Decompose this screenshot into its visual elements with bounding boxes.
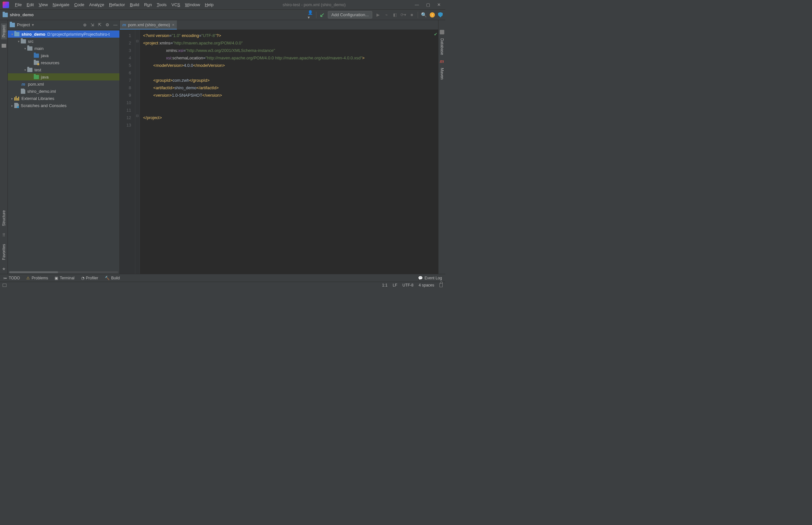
tree-main[interactable]: ▾main (8, 45, 119, 52)
menu-view[interactable]: View (39, 2, 48, 7)
run-icon[interactable]: ▶ (376, 12, 381, 17)
tool-terminal[interactable]: ▣Terminal (55, 276, 74, 280)
code-editor[interactable]: 1 2 3 4 5 6 7 8 9 10 11 12 13 ⊟ ⊟ <?xml … (120, 30, 438, 274)
expand-all-icon[interactable]: ⇲ (91, 22, 94, 27)
bookmarks-icon[interactable] (2, 44, 6, 48)
menu-window[interactable]: Window (185, 2, 200, 7)
ide-features-icon[interactable] (438, 12, 443, 17)
project-tree[interactable]: ▾shiro_demoD:\project\prism\myProject\sh… (8, 30, 119, 271)
tool-todo[interactable]: ≔TODO (3, 276, 20, 280)
tab-label: pom.xml (shiro_demo) (128, 22, 170, 27)
menu-analyze[interactable]: Analyze (89, 2, 104, 7)
tool-tab-database[interactable]: Database (439, 37, 445, 56)
tree-test[interactable]: ▾test (8, 66, 119, 73)
menu-navigate[interactable]: Navigate (52, 2, 69, 7)
left-tool-stripe: Project Structure ⠿ Favorites ★ (0, 20, 8, 274)
tool-event-log[interactable]: 💬Event Log (418, 276, 442, 280)
code-content[interactable]: <?xml version="1.0" encoding="UTF-8"?> <… (140, 30, 434, 274)
tool-build[interactable]: 🔨Build (105, 276, 120, 280)
menu-help[interactable]: Help (205, 2, 213, 7)
line-gutter[interactable]: 1 2 3 4 5 6 7 8 9 10 11 12 13 (120, 30, 135, 274)
debug-icon[interactable]: ⌁ (384, 12, 389, 17)
main-area: Project Structure ⠿ Favorites ★ Project … (0, 20, 445, 274)
close-icon[interactable]: ✕ (437, 2, 441, 7)
tree-scratches[interactable]: ▸Scratches and Consoles (8, 102, 119, 109)
tree-label: main (34, 46, 44, 51)
tree-ext-libs[interactable]: ▸External Libraries (8, 95, 119, 102)
file-encoding[interactable]: UTF-8 (403, 283, 413, 287)
tree-label: External Libraries (21, 96, 54, 101)
database-icon[interactable] (440, 30, 444, 34)
code-with-me-icon[interactable]: 👤▾ (308, 12, 313, 17)
menu-refactor[interactable]: Refactor (109, 2, 125, 7)
line-number: 8 (120, 84, 131, 91)
breadcrumb[interactable]: shiro_demo (10, 12, 34, 17)
structure-icon: ⠿ (2, 232, 5, 238)
line-number: 10 (120, 99, 131, 106)
tab-close-icon[interactable]: × (172, 22, 175, 27)
tree-java-test[interactable]: java (8, 73, 119, 80)
star-icon: ★ (2, 266, 6, 271)
tree-horizontal-scrollbar[interactable] (9, 271, 118, 273)
menu-file[interactable]: File (15, 2, 22, 7)
ide-update-icon[interactable]: ↑ (430, 12, 435, 17)
gear-icon[interactable]: ⚙ (105, 22, 109, 27)
profile-icon[interactable]: ⟳▾ (401, 12, 406, 17)
menu-build[interactable]: Build (130, 2, 139, 7)
inspection-ok-icon[interactable]: ✔ (434, 32, 437, 37)
tool-tab-favorites[interactable]: Favorites (1, 242, 7, 262)
line-number: 9 (120, 91, 131, 99)
line-number: 5 (120, 62, 131, 69)
tree-pom[interactable]: mpom.xml (8, 80, 119, 88)
maximize-icon[interactable]: ▢ (426, 2, 430, 7)
tool-tab-maven[interactable]: Maven (439, 66, 445, 81)
error-stripe[interactable]: ✔ (434, 30, 438, 274)
coverage-icon[interactable]: ◧ (392, 12, 397, 17)
fold-close-icon[interactable]: ⊟ (136, 114, 139, 118)
tool-tab-project[interactable]: Project (1, 24, 7, 39)
tree-iml[interactable]: shiro_demo.iml (8, 88, 119, 95)
hide-icon[interactable]: — (113, 22, 118, 27)
vcs-update-icon[interactable]: ↙ (320, 11, 325, 18)
line-number: 4 (120, 54, 131, 62)
menu-code[interactable]: Code (74, 2, 85, 7)
tool-problems[interactable]: ⚠Problems (26, 276, 48, 280)
tree-root[interactable]: ▾shiro_demoD:\project\prism\myProject\sh… (8, 30, 119, 38)
tree-resources[interactable]: resources (8, 59, 119, 66)
tree-src[interactable]: ▾src (8, 38, 119, 45)
editor-area: m pom.xml (shiro_demo) × 1 2 3 4 5 6 7 8… (120, 20, 438, 274)
menu-edit[interactable]: Edit (27, 2, 34, 7)
lock-icon[interactable] (439, 283, 443, 287)
tab-pom[interactable]: m pom.xml (shiro_demo) × (120, 20, 177, 30)
project-view-selector[interactable]: Project (17, 22, 34, 27)
tree-root-label: shiro_demo (21, 32, 45, 37)
editor-tabs: m pom.xml (shiro_demo) × (120, 20, 438, 30)
hammer-icon: 🔨 (105, 276, 110, 280)
tree-label: shiro_demo.iml (27, 89, 56, 94)
search-icon[interactable]: 🔍 (421, 12, 426, 17)
right-tool-stripe: Database m Maven (438, 20, 445, 274)
tree-java-main[interactable]: java (8, 52, 119, 59)
locate-icon[interactable]: ⊕ (83, 22, 87, 27)
line-number: 3 (120, 47, 131, 54)
tree-label: java (41, 53, 49, 58)
fold-open-icon[interactable]: ⊟ (136, 39, 139, 43)
add-configuration-button[interactable]: Add Configuration... (328, 11, 372, 18)
line-separator[interactable]: LF (393, 283, 397, 287)
status-bar: 1:1 LF UTF-8 4 spaces (0, 282, 445, 288)
tree-label: test (34, 68, 41, 72)
bottom-tool-bar: ≔TODO ⚠Problems ▣Terminal ◔Profiler 🔨Bui… (0, 274, 445, 282)
indent-setting[interactable]: 4 spaces (419, 283, 434, 287)
collapse-all-icon[interactable]: ⇱ (98, 22, 102, 27)
menu-run[interactable]: Run (144, 2, 152, 7)
minimize-icon[interactable]: — (415, 2, 419, 7)
maven-icon[interactable]: m (440, 59, 443, 64)
stop-icon[interactable]: ■ (409, 12, 415, 17)
menu-tools[interactable]: Tools (157, 2, 166, 7)
menu-vcs[interactable]: VCS (171, 2, 180, 7)
tool-tab-structure[interactable]: Structure (1, 208, 7, 228)
tool-windows-toggle-icon[interactable] (3, 284, 6, 287)
caret-position[interactable]: 1:1 (382, 283, 388, 287)
fold-gutter[interactable]: ⊟ ⊟ (135, 30, 140, 274)
tool-profiler[interactable]: ◔Profiler (81, 276, 98, 280)
